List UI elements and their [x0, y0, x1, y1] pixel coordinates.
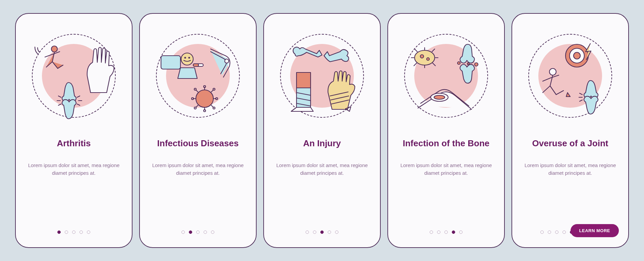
svg-point-28 [415, 50, 435, 65]
dot-3[interactable] [444, 230, 448, 234]
card-desc: Lorem ipsum dolor sit amet, mea regione … [397, 161, 495, 177]
dot-2[interactable] [313, 230, 316, 234]
illustration-injury [277, 31, 367, 121]
card-title: Overuse of a Joint [529, 131, 612, 155]
dot-4[interactable] [562, 230, 566, 234]
dot-4[interactable] [79, 230, 83, 234]
onboarding-card-overuse: Overuse of a Joint Lorem ipsum dolor sit… [512, 13, 629, 248]
svg-point-17 [213, 88, 215, 90]
overuse-icon [527, 32, 614, 119]
progress-dots [430, 230, 463, 234]
illustration-overuse [525, 31, 615, 121]
dot-1[interactable] [430, 230, 433, 234]
injury-icon [278, 32, 366, 119]
svg-point-14 [192, 98, 194, 100]
illustration-arthritis [29, 31, 119, 121]
progress-dots [181, 230, 214, 234]
bone-infection-icon [402, 32, 490, 119]
svg-point-30 [427, 58, 429, 60]
onboarding-card-infectious: Infectious Diseases Lorem ipsum dolor si… [139, 13, 257, 248]
card-desc: Lorem ipsum dolor sit amet, mea regione … [149, 161, 247, 177]
progress-dots [306, 230, 338, 234]
progress-dots [540, 230, 573, 234]
svg-point-35 [434, 95, 445, 99]
card-title: An Injury [300, 131, 344, 155]
svg-point-0 [51, 46, 57, 52]
illustration-infectious [153, 31, 243, 121]
dot-2[interactable] [65, 230, 68, 234]
svg-rect-6 [193, 64, 199, 66]
arthritis-icon [30, 32, 117, 119]
dot-1[interactable] [306, 230, 309, 234]
svg-point-33 [467, 63, 469, 65]
dot-3[interactable] [196, 230, 200, 234]
dot-2[interactable] [548, 230, 551, 234]
learn-more-button[interactable]: LEARN MORE [571, 224, 619, 237]
card-title: Infection of the Bone [399, 131, 493, 155]
svg-point-16 [194, 88, 196, 90]
svg-point-18 [194, 107, 196, 109]
dot-5[interactable] [87, 230, 90, 234]
svg-point-39 [549, 68, 556, 75]
dot-4[interactable] [328, 230, 331, 234]
card-desc: Lorem ipsum dolor sit amet, mea regione … [522, 161, 619, 177]
svg-point-31 [458, 62, 460, 64]
progress-dots [57, 230, 90, 234]
dot-2[interactable] [189, 230, 192, 234]
svg-point-32 [475, 63, 478, 66]
dot-3[interactable] [72, 230, 75, 234]
dot-5[interactable] [211, 230, 214, 234]
svg-point-12 [204, 86, 206, 88]
svg-point-19 [213, 107, 215, 109]
svg-rect-1 [161, 56, 180, 69]
svg-point-2 [181, 53, 193, 65]
svg-point-13 [204, 110, 206, 112]
svg-point-8 [196, 90, 213, 107]
dot-3[interactable] [320, 230, 324, 234]
svg-point-7 [225, 59, 229, 63]
dot-4[interactable] [452, 230, 455, 234]
card-desc: Lorem ipsum dolor sit amet, mea regione … [25, 161, 122, 177]
onboarding-card-injury: An Injury Lorem ipsum dolor sit amet, me… [263, 13, 381, 248]
card-title: Arthritis [53, 131, 94, 155]
svg-point-29 [420, 55, 424, 58]
dot-1[interactable] [540, 230, 544, 234]
illustration-bone-infection [401, 31, 491, 121]
dot-1[interactable] [57, 230, 61, 234]
dot-2[interactable] [437, 230, 440, 234]
dot-3[interactable] [555, 230, 558, 234]
dot-1[interactable] [181, 230, 185, 234]
infectious-icon [154, 32, 241, 119]
onboarding-card-bone-infection: Infection of the Bone Lorem ipsum dolor … [387, 13, 505, 248]
svg-point-38 [574, 52, 580, 59]
svg-point-15 [216, 98, 218, 100]
card-title: Infectious Diseases [154, 131, 242, 155]
onboarding-card-arthritis: Arthritis Lorem ipsum dolor sit amet, me… [15, 13, 132, 248]
dot-5[interactable] [335, 230, 338, 234]
svg-rect-20 [297, 72, 311, 88]
dot-5[interactable] [459, 230, 463, 234]
dot-4[interactable] [204, 230, 207, 234]
card-desc: Lorem ipsum dolor sit amet, mea regione … [273, 161, 371, 177]
